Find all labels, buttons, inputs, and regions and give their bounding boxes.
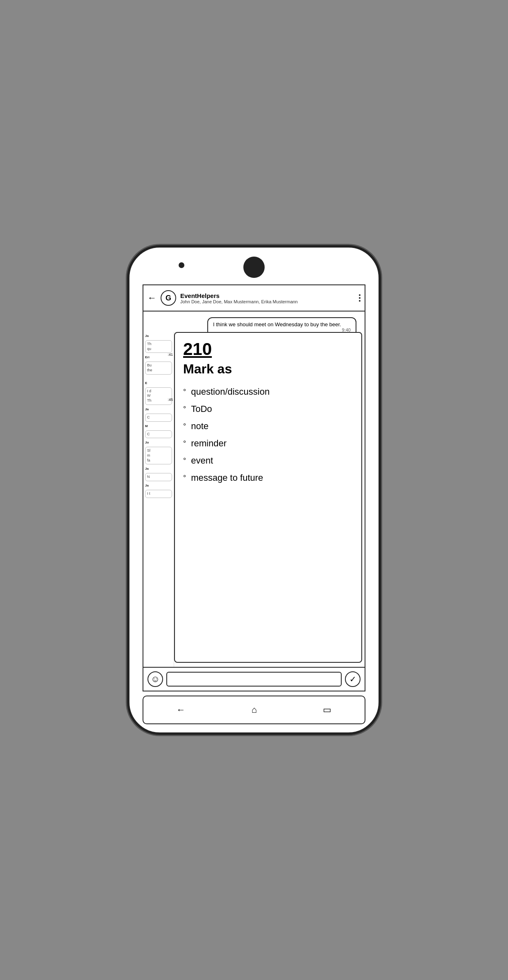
menu-button[interactable]: [359, 294, 361, 302]
bullet-icon-5: °: [183, 457, 186, 465]
bg-msg-7: N: [145, 473, 172, 481]
bg-msg-2: Buthe: [145, 362, 172, 374]
option-message-to-future[interactable]: ° message to future: [183, 469, 353, 487]
option-label-reminder: reminder: [191, 438, 227, 449]
bg-msg-8: I t: [145, 490, 172, 498]
speaker-dot: [179, 262, 184, 268]
chat-title: EventHelpers: [180, 292, 359, 299]
bullet-icon-2: °: [183, 405, 186, 414]
bullet-icon: °: [183, 388, 186, 396]
bg-msg-1: Thqu: [145, 340, 172, 353]
chat-header: ← G EventHelpers John Doe, Jane Doe, Max…: [143, 285, 365, 312]
bullet-icon-3: °: [183, 422, 186, 431]
option-reminder[interactable]: ° reminder: [183, 435, 353, 452]
option-label-todo: ToDo: [191, 404, 212, 414]
bullet-icon-6: °: [183, 474, 186, 482]
context-message-number: 210: [183, 339, 353, 359]
bg-msg-3: I dWTh: [145, 387, 172, 405]
option-question-discussion[interactable]: ° question/discussion: [183, 383, 353, 400]
nav-home-button[interactable]: ⌂: [244, 701, 264, 719]
partial-time-1: :41: [168, 352, 173, 357]
background-chat-left: Ja Thqu Eri Buthe :41 :45 E I dWTh Ja C …: [143, 332, 174, 667]
bg-msg-sender-1: Ja: [145, 334, 172, 338]
bg-msg-sender-7: Ja: [145, 467, 172, 471]
navigation-bar: ← ⌂ ▭: [143, 696, 365, 724]
option-todo[interactable]: ° ToDo: [183, 400, 353, 418]
nav-back-button[interactable]: ←: [169, 701, 193, 719]
option-label-question: question/discussion: [191, 387, 270, 397]
message-text: I think we should meet on Wednesday to b…: [213, 321, 341, 327]
nav-recent-button[interactable]: ▭: [315, 701, 339, 719]
bg-msg-sender-5: M: [145, 424, 172, 428]
bg-msg-sender-8: Ja: [145, 484, 172, 487]
bg-msg-6: Slmfa: [145, 447, 172, 464]
bg-msg-sender-3: E: [145, 381, 172, 385]
chat-participants: John Doe, Jane Doe, Max Mustermann, Erik…: [180, 299, 359, 304]
bullet-icon-4: °: [183, 439, 186, 448]
option-note[interactable]: ° note: [183, 418, 353, 435]
send-button[interactable]: ✓: [345, 671, 361, 687]
camera: [243, 257, 265, 278]
context-menu-panel: 210 Mark as ° question/discussion ° ToDo…: [174, 332, 362, 663]
avatar: G: [161, 290, 176, 306]
bg-msg-sender-4: Ja: [145, 407, 172, 411]
bg-msg-5: C: [145, 430, 172, 439]
option-event[interactable]: ° event: [183, 452, 353, 469]
phone-device: ← G EventHelpers John Doe, Jane Doe, Max…: [127, 245, 381, 735]
option-label-event: event: [191, 455, 213, 466]
partial-time-2: :45: [168, 398, 173, 402]
chat-area: I think we should meet on Wednesday to b…: [143, 312, 365, 667]
emoji-button[interactable]: ☺: [147, 671, 163, 687]
option-label-future: message to future: [191, 473, 263, 483]
option-label-note: note: [191, 421, 209, 432]
bg-msg-4: C: [145, 414, 172, 422]
bg-msg-sender-6: Jo: [145, 441, 172, 444]
phone-screen: ← G EventHelpers John Doe, Jane Doe, Max…: [143, 284, 365, 691]
message-input[interactable]: [166, 672, 342, 687]
message-input-bar: ☺ ✓: [143, 667, 365, 691]
context-overlay: Ja Thqu Eri Buthe :41 :45 E I dWTh Ja C …: [143, 332, 365, 667]
header-info: EventHelpers John Doe, Jane Doe, Max Mus…: [180, 292, 359, 304]
context-menu-title: Mark as: [183, 362, 353, 377]
back-button[interactable]: ←: [147, 293, 156, 303]
